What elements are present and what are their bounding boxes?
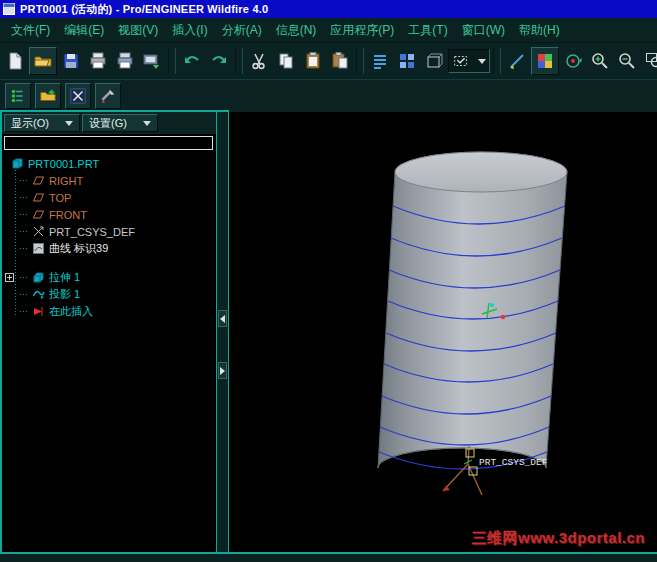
favorites-icon bbox=[69, 87, 87, 105]
model-tree-panel: 显示(O) 设置(G) PRT0001.PRT bbox=[0, 112, 216, 552]
tree-settings-dropdown[interactable]: 设置(G) bbox=[82, 114, 158, 132]
open-folder-icon bbox=[33, 51, 53, 71]
axis-arrowhead bbox=[443, 486, 450, 491]
appearance-gallery-icon bbox=[535, 51, 555, 71]
cut-button[interactable] bbox=[246, 48, 272, 74]
curve-icon bbox=[32, 242, 45, 255]
expand-plus-icon[interactable] bbox=[5, 273, 14, 282]
tree-item-front-plane[interactable]: FRONT bbox=[2, 206, 216, 223]
tree-item-right-plane[interactable]: RIGHT bbox=[2, 172, 216, 189]
menubar: 文件(F) 编辑(E) 视图(V) 插入(I) 分析(A) 信息(N) 应用程序… bbox=[0, 18, 657, 43]
navigator-toolbar bbox=[0, 80, 657, 112]
tree-item-insert-here[interactable]: 在此插入 bbox=[2, 303, 216, 320]
tree-item-label: TOP bbox=[49, 192, 71, 204]
model-display-button[interactable] bbox=[421, 48, 447, 74]
undo-button[interactable] bbox=[179, 48, 205, 74]
tree-item-label: 拉伸 1 bbox=[49, 270, 80, 285]
cylinder-body bbox=[378, 152, 567, 468]
tree-item-label: PRT0001.PRT bbox=[28, 158, 99, 170]
app-icon bbox=[3, 3, 15, 15]
menu-info[interactable]: 信息(N) bbox=[269, 19, 324, 42]
paste-special-button[interactable] bbox=[327, 48, 353, 74]
titlebar[interactable]: PRT0001 (活动的) - Pro/ENGINEER Wildfire 4.… bbox=[0, 0, 657, 18]
refit-icon bbox=[644, 51, 657, 71]
sketcher-display-button[interactable] bbox=[504, 48, 530, 74]
tree-item-extrude[interactable]: 拉伸 1 bbox=[2, 269, 216, 286]
tree-connector bbox=[20, 180, 28, 181]
tree-item-label: FRONT bbox=[49, 209, 87, 221]
redo-icon bbox=[209, 51, 229, 71]
datum-plane-icon bbox=[32, 191, 45, 204]
tree-item-part[interactable]: PRT0001.PRT bbox=[2, 155, 216, 172]
print-button[interactable] bbox=[85, 48, 111, 74]
tree-item-csys[interactable]: PRT_CSYS_DEF bbox=[2, 223, 216, 240]
copy-button[interactable] bbox=[273, 48, 299, 74]
spin-center-button[interactable] bbox=[560, 48, 586, 74]
app-window: PRT0001 (活动的) - Pro/ENGINEER Wildfire 4.… bbox=[0, 0, 657, 562]
folder-browser-button[interactable] bbox=[35, 83, 61, 109]
model-tree: PRT0001.PRT RIGHT TOP bbox=[2, 152, 216, 320]
plot-icon bbox=[115, 51, 135, 71]
model-tree-toggle-button[interactable] bbox=[5, 83, 31, 109]
menu-tools[interactable]: 工具(T) bbox=[401, 19, 454, 42]
tree-connector bbox=[20, 277, 28, 278]
tree-connector bbox=[20, 248, 28, 249]
connections-icon bbox=[99, 87, 117, 105]
collapse-right-button[interactable] bbox=[218, 362, 227, 379]
copy-icon bbox=[276, 51, 296, 71]
menu-window[interactable]: 窗口(W) bbox=[455, 19, 512, 42]
spin-center-icon bbox=[563, 51, 583, 71]
appearance-gallery-button[interactable] bbox=[531, 47, 559, 75]
menu-help[interactable]: 帮助(H) bbox=[512, 19, 567, 42]
menu-view[interactable]: 视图(V) bbox=[111, 19, 165, 42]
regenerate-button[interactable] bbox=[394, 48, 420, 74]
toolbar-separator bbox=[168, 48, 176, 74]
menu-insert[interactable]: 插入(I) bbox=[165, 19, 214, 42]
toolbar-separator bbox=[235, 48, 243, 74]
zoom-out-button[interactable] bbox=[614, 48, 640, 74]
tree-show-dropdown[interactable]: 显示(O) bbox=[4, 114, 80, 132]
menu-file[interactable]: 文件(F) bbox=[4, 19, 57, 42]
new-file-button[interactable] bbox=[2, 48, 28, 74]
collapse-left-button[interactable] bbox=[218, 310, 227, 327]
part-icon bbox=[11, 157, 24, 170]
arrow-left-icon bbox=[220, 315, 225, 323]
connections-toggle-button[interactable] bbox=[95, 83, 121, 109]
export-button[interactable] bbox=[139, 48, 165, 74]
cylinder-top-face bbox=[395, 152, 567, 192]
menu-edit[interactable]: 编辑(E) bbox=[57, 19, 111, 42]
chevron-down-icon bbox=[65, 121, 73, 126]
folder-add-icon bbox=[39, 87, 57, 105]
save-button[interactable] bbox=[58, 48, 84, 74]
tree-search-box[interactable] bbox=[4, 136, 213, 150]
favorites-toggle-button[interactable] bbox=[65, 83, 91, 109]
graphics-area[interactable]: PRT_CSYS_DEF 三维网www.3dportal.cn bbox=[229, 112, 657, 552]
redo-button[interactable] bbox=[206, 48, 232, 74]
model-viewport[interactable]: PRT_CSYS_DEF bbox=[229, 112, 657, 552]
refit-button[interactable] bbox=[641, 48, 657, 74]
tree-item-curve[interactable]: 曲线 标识39 bbox=[2, 240, 216, 257]
open-file-button[interactable] bbox=[29, 47, 57, 75]
tree-item-label: 曲线 标识39 bbox=[49, 241, 108, 256]
panel-splitter[interactable] bbox=[216, 112, 229, 552]
extrude-icon bbox=[32, 271, 45, 284]
save-icon bbox=[61, 51, 81, 71]
projection-icon bbox=[32, 288, 45, 301]
selection-filter-dropdown[interactable] bbox=[448, 49, 490, 73]
cut-icon bbox=[249, 51, 269, 71]
feature-list-button[interactable] bbox=[367, 48, 393, 74]
datum-plane-icon bbox=[32, 174, 45, 187]
zoom-in-button[interactable] bbox=[587, 48, 613, 74]
main-toolbar bbox=[0, 43, 657, 80]
menu-analysis[interactable]: 分析(A) bbox=[215, 19, 269, 42]
plot-button[interactable] bbox=[112, 48, 138, 74]
tree-connector bbox=[20, 294, 28, 295]
tree-item-projection[interactable]: 投影 1 bbox=[2, 286, 216, 303]
tree-item-top-plane[interactable]: TOP bbox=[2, 189, 216, 206]
model-display-icon bbox=[424, 51, 444, 71]
menu-applications[interactable]: 应用程序(P) bbox=[323, 19, 401, 42]
axis-tag-box bbox=[466, 449, 474, 457]
paste-button[interactable] bbox=[300, 48, 326, 74]
tree-connector bbox=[20, 311, 28, 312]
cylinder-solid[interactable] bbox=[378, 152, 567, 468]
